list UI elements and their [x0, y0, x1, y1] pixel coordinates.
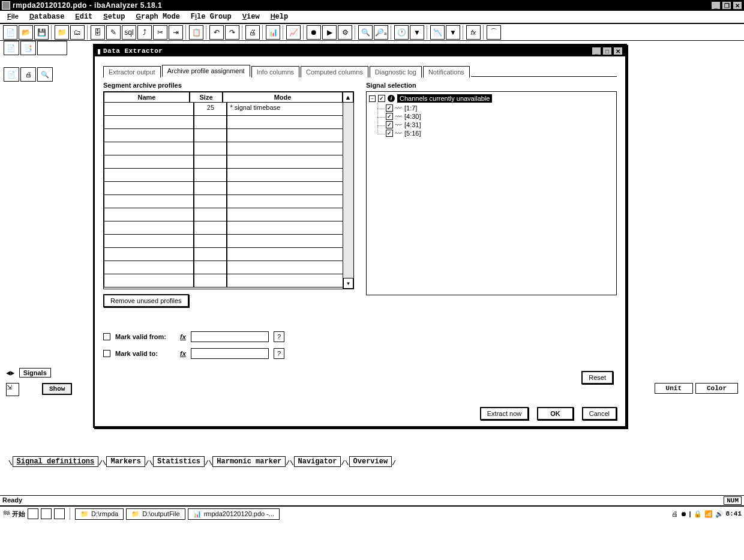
- copy-icon[interactable]: 📋: [189, 25, 203, 40]
- tree-collapse-icon[interactable]: −: [369, 95, 376, 102]
- tree-item[interactable]: 〰[4:30]: [386, 112, 614, 121]
- help-from-button[interactable]: ?: [274, 331, 284, 342]
- table-row[interactable]: [104, 235, 353, 248]
- mark-from-input[interactable]: [191, 331, 269, 342]
- open-icon[interactable]: 📂: [19, 25, 33, 40]
- col-mode[interactable]: Mode: [223, 92, 343, 103]
- quick-launch-1[interactable]: [28, 508, 38, 519]
- expand-icon[interactable]: ⇲: [6, 383, 19, 396]
- menu-database[interactable]: Database: [25, 11, 69, 22]
- menu-help[interactable]: Help: [266, 11, 293, 22]
- taskbar-task-1[interactable]: 📁 D:\rmpda: [75, 508, 124, 520]
- quick-launch-3[interactable]: [54, 508, 65, 519]
- menu-file-group[interactable]: File Group: [186, 11, 236, 22]
- tree-root[interactable]: − i Channels currently unavailable: [369, 94, 614, 103]
- tree-item-checkbox[interactable]: [386, 130, 393, 137]
- merge-icon[interactable]: ⇥: [169, 25, 183, 40]
- record-icon[interactable]: ⏺: [307, 25, 321, 40]
- search-all-icon[interactable]: 🔎ₐ: [374, 25, 388, 40]
- table-row[interactable]: 25 * signal timebase: [104, 103, 353, 116]
- down-icon[interactable]: ▼: [410, 25, 424, 40]
- tray-icon-2[interactable]: ⏺: [680, 510, 687, 517]
- tab-notifications[interactable]: Notifications: [423, 66, 470, 77]
- tab-statistics[interactable]: Statistics: [153, 456, 205, 467]
- tree-root-checkbox[interactable]: [378, 95, 385, 102]
- tab-diagnostic-log[interactable]: Diagnostic log: [370, 66, 422, 77]
- tree-item[interactable]: 〰[5:16]: [386, 129, 614, 137]
- start-button[interactable]: 🏁 开始: [2, 510, 25, 519]
- cut-icon[interactable]: ✂: [153, 25, 167, 40]
- menu-file[interactable]: File: [2, 11, 23, 22]
- menu-view[interactable]: View: [238, 11, 265, 22]
- signal-tree[interactable]: − i Channels currently unavailable 〰[1:7…: [366, 91, 617, 295]
- print-icon[interactable]: 🖨: [245, 25, 260, 40]
- table-row[interactable]: [104, 129, 353, 142]
- search-icon[interactable]: 🔍: [358, 25, 373, 40]
- export-icon[interactable]: ⤴: [137, 25, 152, 40]
- dialog-title-bar[interactable]: ▮ Data Extractor _ □ ✕: [95, 46, 625, 56]
- reset-button[interactable]: Reset: [581, 371, 613, 384]
- extract-now-button[interactable]: Extract now: [480, 407, 529, 420]
- dialog-minimize-button[interactable]: _: [592, 47, 601, 55]
- save-icon[interactable]: 💾: [34, 25, 49, 40]
- fx-icon[interactable]: fx: [180, 350, 186, 357]
- db-icon[interactable]: 🗄: [91, 25, 105, 40]
- scroll-up-button[interactable]: ▲: [343, 92, 353, 103]
- mark-from-checkbox[interactable]: [103, 333, 110, 340]
- config-icon[interactable]: ⚙: [338, 25, 352, 40]
- taskbar-task-3[interactable]: 📊 rmpda20120120.pdo -...: [188, 508, 280, 520]
- quick-launch-2[interactable]: [41, 508, 52, 519]
- ok-button[interactable]: OK: [537, 407, 574, 420]
- signals-tab[interactable]: Signals: [19, 368, 51, 378]
- down2-icon[interactable]: ▼: [446, 25, 460, 40]
- side-btn-5[interactable]: 🔍: [37, 67, 53, 82]
- taskbar-task-2[interactable]: 📁 D:\outputFile: [126, 508, 185, 520]
- tray-icon-1[interactable]: 🖨: [671, 510, 678, 517]
- play-icon[interactable]: ▶: [322, 25, 337, 40]
- folder-db-icon[interactable]: 🗂: [70, 25, 85, 40]
- menu-graph-mode[interactable]: Graph Mode: [131, 11, 184, 22]
- cell-mode[interactable]: * signal timebase: [227, 103, 353, 116]
- fx-icon[interactable]: fx: [466, 25, 481, 40]
- mark-to-checkbox[interactable]: [103, 350, 110, 357]
- table-body[interactable]: 25 * signal timebase ▼: [104, 103, 353, 289]
- side-btn-3[interactable]: 📄: [4, 67, 19, 82]
- scroll-down-button[interactable]: ▼: [343, 278, 353, 289]
- edit-db-icon[interactable]: ✎: [106, 25, 121, 40]
- tab-overview[interactable]: Overview: [349, 456, 392, 467]
- tree-item-checkbox[interactable]: [386, 104, 393, 112]
- tree-root-label[interactable]: Channels currently unavailable: [397, 94, 492, 103]
- scrollbar[interactable]: ▼: [343, 103, 353, 289]
- side-field-1[interactable]: [37, 41, 67, 55]
- tree-item-checkbox[interactable]: [386, 113, 393, 120]
- tab-archive-profile[interactable]: Archive profile assignment: [162, 65, 250, 77]
- tree-item[interactable]: 〰[4:31]: [386, 121, 614, 129]
- table-row[interactable]: [104, 274, 353, 288]
- side-btn-2[interactable]: 📑: [20, 41, 36, 55]
- cell-size[interactable]: 25: [194, 103, 227, 116]
- clock-icon[interactable]: 🕐: [394, 25, 409, 40]
- taskbar-clock[interactable]: 8:41: [726, 510, 742, 517]
- side-btn-1[interactable]: 📄: [4, 41, 19, 55]
- redo-icon[interactable]: ↷: [225, 25, 239, 40]
- table-row[interactable]: [104, 169, 353, 182]
- col-size[interactable]: Size: [190, 92, 223, 103]
- tray-icon-5[interactable]: 🔊: [715, 510, 724, 518]
- dialog-close-button[interactable]: ✕: [613, 47, 623, 55]
- side-btn-4[interactable]: 🖨: [20, 67, 36, 82]
- table-row[interactable]: [104, 155, 353, 169]
- table-row[interactable]: [104, 208, 353, 221]
- fx-icon[interactable]: fx: [180, 333, 186, 340]
- table-row[interactable]: [104, 261, 353, 274]
- tab-computed-columns[interactable]: Computed columns: [301, 66, 368, 77]
- tab-signal-definitions[interactable]: Signal definitions: [13, 456, 99, 467]
- show-button[interactable]: Show: [42, 383, 72, 395]
- tab-harmonic-marker[interactable]: Harmonic marker: [212, 456, 286, 467]
- help-to-button[interactable]: ?: [274, 348, 284, 359]
- menu-edit[interactable]: Edit: [70, 11, 97, 22]
- table-row[interactable]: [104, 182, 353, 195]
- graph-icon[interactable]: 📉: [430, 25, 445, 40]
- mark-to-input[interactable]: [191, 348, 269, 359]
- col-name[interactable]: Name: [104, 92, 190, 103]
- chart-icon[interactable]: 📈: [286, 25, 301, 40]
